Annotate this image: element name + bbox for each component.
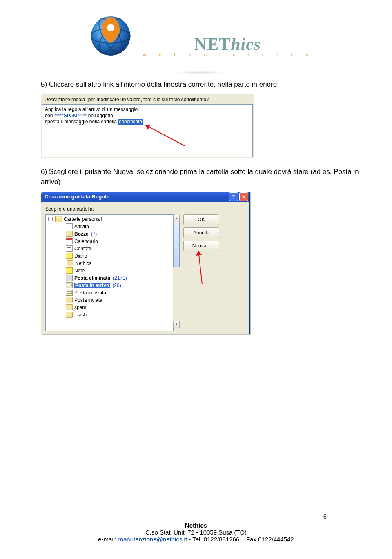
svg-line-7 bbox=[198, 251, 202, 284]
svg-marker-8 bbox=[196, 251, 202, 256]
new-folder-button[interactable]: Nuova... bbox=[183, 241, 219, 251]
task-icon bbox=[66, 223, 73, 229]
tree-item-label: Bozze bbox=[74, 231, 89, 237]
scroll-down-icon[interactable]: ▼ bbox=[173, 321, 180, 328]
scroll-up-icon[interactable]: ▲ bbox=[173, 215, 180, 222]
tree-row[interactable]: spam bbox=[47, 304, 173, 311]
rule-line1: Applica la regola all'arrivo di un messa… bbox=[45, 107, 250, 112]
inbox-icon bbox=[66, 282, 73, 288]
tree-row[interactable]: Trash bbox=[47, 311, 173, 318]
tree-item-label: Note bbox=[74, 268, 85, 274]
rule-line2: con *****SPAM***** nell'oggetto bbox=[45, 113, 250, 118]
trash-icon bbox=[66, 275, 73, 281]
svg-line-5 bbox=[145, 125, 185, 146]
cancel-button[interactable]: Annulla bbox=[183, 227, 219, 238]
tree-item-label: Trash bbox=[74, 312, 87, 318]
rule-folder-link[interactable]: specificata bbox=[118, 119, 143, 125]
tree-row[interactable]: Calendario bbox=[47, 238, 173, 245]
tree-item-label: Posta in arrivo bbox=[74, 283, 110, 288]
tree-row[interactable]: Diario bbox=[47, 252, 173, 260]
tree-item-label: Posta eliminata bbox=[74, 275, 110, 281]
rule-desc-box: Applica la regola all'arrivo di un messa… bbox=[42, 104, 253, 157]
tree-item-label: Posta in uscita bbox=[74, 290, 106, 296]
folder-icon bbox=[66, 297, 73, 303]
root-icon bbox=[55, 216, 62, 222]
expand-icon[interactable]: + bbox=[60, 261, 64, 265]
folder-icon bbox=[66, 304, 73, 310]
help-button[interactable]: ? bbox=[229, 192, 238, 201]
tree-item-label: Contatti bbox=[74, 246, 91, 252]
folder-icon bbox=[66, 231, 73, 237]
tree-item-label: spam bbox=[74, 305, 86, 310]
folder-picker-dialog: Creazione guidata Regole ? ✕ Scegliere u… bbox=[41, 192, 250, 334]
rule-description-panel: Descrizione regola (per modificare un va… bbox=[41, 94, 254, 158]
page-footer: 6 Nethics C.so Stati Uniti 72 - 10059 Su… bbox=[33, 520, 359, 543]
brand-name: NEThics bbox=[141, 34, 314, 54]
tree-item-count: (2171) bbox=[113, 275, 127, 281]
close-button[interactable]: ✕ bbox=[239, 192, 248, 201]
dialog-title: Creazione guidata Regole bbox=[45, 194, 109, 200]
tree-row[interactable]: Bozze (7) bbox=[47, 230, 173, 238]
svg-point-4 bbox=[107, 24, 114, 31]
note-icon bbox=[66, 267, 73, 274]
rule-desc-label: Descrizione regola (per modificare un va… bbox=[41, 94, 254, 104]
cal-icon bbox=[66, 238, 73, 244]
brand-tagline: w e b s o l u t i o n s bbox=[143, 52, 314, 57]
step6-text: 6) Scegliere il pulsante Nuova, selezion… bbox=[41, 167, 359, 187]
tree-scrollbar[interactable]: ▲ ▼ bbox=[173, 215, 180, 328]
folder-icon bbox=[67, 260, 74, 266]
red-arrow-icon bbox=[140, 122, 189, 150]
rule-spam-link[interactable]: *****SPAM***** bbox=[54, 113, 87, 118]
dialog-titlebar: Creazione guidata Regole ? ✕ bbox=[41, 192, 249, 202]
tree-row[interactable]: Posta in uscita bbox=[47, 289, 173, 296]
footer-email-link[interactable]: manutenzione@nethics.it bbox=[118, 536, 187, 543]
collapse-icon[interactable]: − bbox=[48, 217, 53, 221]
contacts-icon bbox=[66, 245, 73, 252]
tree-item-label: Calendario bbox=[74, 238, 98, 244]
tree-item-label: Cartelle personali bbox=[64, 216, 102, 222]
tree-row[interactable]: Attività bbox=[47, 223, 173, 230]
tree-item-label: Diario bbox=[74, 253, 87, 259]
folder-tree[interactable]: −Cartelle personaliAttivitàBozze (7)Cale… bbox=[45, 214, 174, 331]
tree-item-count: (20) bbox=[112, 283, 121, 288]
tree-row[interactable]: −Cartelle personali bbox=[47, 216, 173, 223]
footer-contact: e-mail: manutenzione@nethics.it - Tel. 0… bbox=[33, 536, 359, 543]
header-logo: NEThics w e b s o l u t i o n s bbox=[41, 12, 359, 74]
page-number: 6 bbox=[323, 513, 327, 520]
tree-row[interactable]: Note bbox=[47, 267, 173, 274]
folder-icon bbox=[66, 312, 73, 318]
footer-company: Nethics bbox=[33, 522, 359, 529]
tree-item-count: (7) bbox=[91, 231, 97, 237]
scroll-thumb[interactable] bbox=[173, 222, 180, 267]
step5-text: 5) Cliccare sull'altro link all'interno … bbox=[41, 79, 359, 90]
globe-icon bbox=[86, 12, 135, 57]
tree-item-label: Nethics bbox=[75, 261, 91, 266]
dialog-instruction: Scegliere una cartella: bbox=[45, 206, 245, 212]
ok-button[interactable]: OK bbox=[183, 214, 219, 225]
tree-row[interactable]: Posta inviata bbox=[47, 296, 173, 304]
tree-item-label: Posta inviata bbox=[74, 297, 102, 303]
tree-row[interactable]: +Nethics bbox=[47, 260, 173, 267]
tree-row[interactable]: Contatti bbox=[47, 245, 173, 252]
red-arrow-icon bbox=[196, 247, 220, 288]
tree-item-label: Attività bbox=[74, 224, 89, 229]
footer-address: C.so Stati Uniti 72 - 10059 Susa (TO) bbox=[33, 529, 359, 536]
inbox-icon bbox=[66, 290, 73, 296]
tree-row[interactable]: Posta in arrivo (20) bbox=[47, 282, 173, 289]
note-icon bbox=[66, 253, 73, 259]
tree-row[interactable]: Posta eliminata (2171) bbox=[47, 274, 173, 282]
